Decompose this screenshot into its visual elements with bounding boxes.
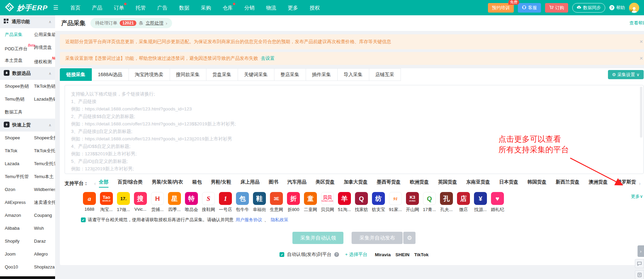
category-欧洲货盘[interactable]: 欧洲货盘 [410,179,429,188]
close-icon[interactable]: × [640,38,643,45]
go-settings-link[interactable]: 去设置 [261,55,275,62]
sidebar-item-Wish[interactable]: Wish [34,222,55,235]
data-sync-button[interactable]: 数据同步 [572,3,605,13]
sidebar-item-跨境货盘[interactable]: 跨境货盘 [34,41,55,54]
nav-item-2[interactable]: 产品 [86,0,108,15]
sidebar-item-侵权检测[interactable]: 侵权检测NEW [34,54,55,67]
category-美区货盘[interactable]: 美区货盘 [316,179,335,188]
nav-item-3[interactable]: 订单 [108,0,130,15]
platform-搜鞋网[interactable]: S搜鞋网 [200,192,217,213]
book-training-button[interactable]: 预约培训 免费 [488,3,514,13]
category-男装/女装/内衣[interactable]: 男装/女装/内衣 [152,179,183,188]
sidebar-item-Wildberries[interactable]: Wildberries [34,183,55,196]
nav-item-4[interactable]: 托管 [130,0,151,15]
collect-claim-button[interactable]: 采集并自动认领 [292,232,343,244]
category-加拿大货盘[interactable]: 加拿大货盘 [344,179,368,188]
tab-1688Ai选品[interactable]: 1688Ai选品 [92,68,129,81]
sidebar-item-Alibaba[interactable]: Alibaba [5,222,34,235]
tab-搜同款采集[interactable]: 搜同款采集 [170,68,206,81]
handle-now-link[interactable]: 立即处理 [146,20,163,26]
platform-91家...[interactable]: 9191家... [387,192,404,213]
help-button[interactable]: ? 帮助 [609,5,625,11]
platform-微店[interactable]: 店微店 [455,192,472,213]
link-input-textarea[interactable]: 支持输入以下格式链接，多个链接请换行;1、产品链接例如：https://deta… [65,85,644,174]
collect-settings-button[interactable]: ⚙ 采集设置 ∨ [608,70,644,79]
platform-17做...[interactable]: 17.17做... [115,192,132,213]
nav-item-9[interactable]: 分销 [238,0,260,15]
sidebar-item-TikTok热销[interactable]: TikTok热销 [34,80,55,93]
platform-二童网[interactable]: 童二童网 [302,192,319,213]
platform-贝贝网[interactable]: 贝贝beibei.com贝贝网 [319,192,336,213]
sidebar-item-Shopee热销[interactable]: Shopee热销 [5,80,34,93]
category-汽车用品[interactable]: 汽车用品 [287,179,306,188]
platform-四季...[interactable]: 星四季... [166,192,183,213]
platform-1688[interactable]: a1688 [81,192,98,212]
tab-整店采集[interactable]: 整店采集 [274,68,306,81]
agreement-checkbox[interactable]: ✔ [81,217,86,222]
user-avatar[interactable]: V [629,3,639,13]
privacy-link[interactable]: 隐私政策 [271,217,288,223]
tab-淘宝跨境热卖[interactable]: 淘宝跨境热卖 [129,68,170,81]
category-东南亚货盘[interactable]: 东南亚货盘 [466,179,490,188]
sidebar-item-TikTok[interactable]: TikTok [5,144,34,157]
platform-一号店[interactable]: 1一号店 [217,192,234,213]
nav-item-8[interactable]: 仓库 [217,0,238,15]
chevron-right-icon[interactable]: › [639,181,641,186]
tab-货盘采集[interactable]: 货盘采集 [206,68,238,81]
view-help-link[interactable]: 查看帮助 [629,20,644,26]
sidebar-item-Lazada[interactable]: Lazada [5,157,34,170]
tab-插件采集[interactable]: 插件采集 [306,68,338,81]
collect-publish-button[interactable]: 采集并自动发布 [352,232,403,244]
chevron-left-icon[interactable]: ‹ [94,181,96,186]
category-日本货盘[interactable]: 日本货盘 [499,179,518,188]
hamburger-icon[interactable]: ☰ [53,4,58,11]
sidebar-item-Daraz[interactable]: Daraz [34,235,55,248]
nav-item-7[interactable]: 采购 [195,0,217,15]
platform-Vvic...[interactable]: 搜Vvic... [132,192,149,212]
category-韩国货盘[interactable]: 韩国货盘 [527,179,546,188]
category-全部[interactable]: 全部 [99,179,108,188]
sidebar-item-Shopee全托管[interactable]: Shopee全托管 [34,132,55,144]
terms-link[interactable]: 用户服务协议 [236,217,262,223]
nav-item-5[interactable]: 广告 [151,0,173,15]
platform-唯品会[interactable]: 特唯品会 [183,192,200,213]
category-箱包[interactable]: 箱包 [192,179,202,188]
sidebar-item-Temu本土[interactable]: Temu本土 [34,170,55,183]
sidebar-item-Temu热销[interactable]: Temu热销 [5,93,34,106]
platform-货捕...[interactable]: H货捕... [149,192,166,213]
platform-生意网[interactable]: 3E生意网 [268,192,285,213]
publish-settings-button[interactable]: ⚙ [403,232,416,244]
sidebar-item-Temu全托管[interactable]: Temu全托管 [34,157,55,170]
sidebar-item-Coupang[interactable]: Coupang [34,209,55,222]
textarea-scrollbar[interactable] [640,87,642,138]
platform-包牛牛[interactable]: 包包牛牛 [234,192,251,213]
select-platform-link[interactable]: + 选择平台 [345,251,368,258]
sidebar-item-Ozon[interactable]: Ozon [5,183,34,196]
platform-纺支宝[interactable]: 纺纺支宝 [370,192,387,213]
feedback-chat-button[interactable] [635,259,644,268]
sidebar-item-Joom[interactable]: Joom [5,248,34,261]
nav-item-6[interactable]: 数据 [173,0,195,15]
help-tooltip-icon[interactable]: ? [334,252,339,257]
survey-button[interactable] [635,270,644,279]
platform-17青...[interactable]: Q17青... [421,192,438,213]
sidebar-item-POD工作台[interactable]: POD工作台Beta [5,41,34,54]
platform-开山网[interactable]: K3HUNG开山网 [404,192,421,213]
sidebar-item-Shopee[interactable]: Shopee [5,132,34,144]
customer-service-button[interactable]: 客服 [518,3,541,13]
category-英国货盘[interactable]: 英国货盘 [438,179,457,188]
sidebar-item-Shoplazza[interactable]: Shoplazza [34,261,55,274]
sidebar-item-Allegro[interactable]: Allegro [34,248,55,261]
platform-婚礼纪[interactable]: ♥婚礼纪 [489,192,506,213]
platform-找源...[interactable]: ¥找源... [472,192,489,213]
order-button[interactable]: 订购 [545,3,568,13]
category-墨西哥货盘[interactable]: 墨西哥货盘 [377,179,401,188]
expand-panel-button[interactable]: › [638,245,644,257]
sidebar-section-header-3[interactable]: 快速上货∧ [0,119,55,132]
platform-找家纺[interactable]: Q找家纺 [353,192,370,213]
category-床上用品[interactable]: 床上用品 [240,179,259,188]
platform-孔夫...[interactable]: 孔孔夫... [438,192,455,213]
sidebar-item-数据工具[interactable]: 数据工具 [5,106,34,119]
sidebar-item-AliExpress[interactable]: AliExpress [5,196,34,209]
category-图书[interactable]: 图书 [269,179,278,188]
